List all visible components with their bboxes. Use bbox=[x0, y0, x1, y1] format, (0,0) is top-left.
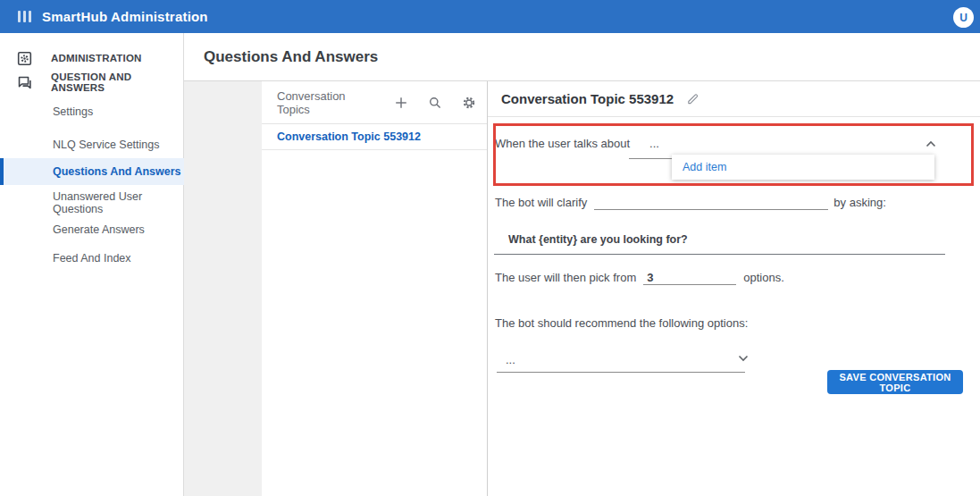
sidebar-item-unanswered-user-questions[interactable]: Unanswered User Questions bbox=[0, 189, 184, 216]
user-avatar[interactable]: U bbox=[953, 7, 974, 28]
menu-icon[interactable] bbox=[18, 11, 31, 22]
gear-icon[interactable] bbox=[462, 96, 476, 110]
add-item-dropdown[interactable]: Add item bbox=[672, 155, 934, 180]
clarify-suffix: by asking: bbox=[833, 196, 886, 209]
clarify-row: The bot will clarify by asking: bbox=[495, 196, 886, 210]
content-area: Conversation Topics Conversation Topic 5… bbox=[184, 81, 980, 496]
pick-count-row: The user will then pick from options. bbox=[495, 271, 784, 285]
topic-item-label: Conversation Topic 553912 bbox=[277, 130, 421, 143]
sidebar-item-label: Generate Answers bbox=[53, 223, 145, 236]
talks-about-row: When the user talks about ... bbox=[495, 137, 659, 150]
talks-about-select-value[interactable]: ... bbox=[649, 137, 659, 150]
pick-count-input[interactable] bbox=[643, 271, 736, 285]
clarify-prefix: The bot will clarify bbox=[495, 196, 587, 209]
recommend-select-value: ... bbox=[506, 353, 515, 366]
chevron-down-icon[interactable] bbox=[736, 352, 750, 365]
recommend-select[interactable]: ... bbox=[497, 350, 745, 373]
recommend-label: The bot should recommend the following o… bbox=[495, 316, 748, 330]
app-title: SmartHub Administration bbox=[42, 9, 208, 24]
pick-prefix: The user will then pick from bbox=[495, 271, 636, 284]
page-header: Questions And Answers bbox=[184, 33, 980, 81]
talks-about-label: When the user talks about bbox=[495, 137, 630, 150]
top-bar: SmartHub Administration U bbox=[0, 0, 980, 33]
add-item-option[interactable]: Add item bbox=[683, 161, 726, 173]
topic-list-item[interactable]: Conversation Topic 553912 bbox=[262, 124, 487, 150]
chevron-up-icon[interactable] bbox=[924, 138, 938, 150]
app-window: SmartHub Administration U ADMINISTRATION… bbox=[0, 0, 980, 496]
search-icon[interactable] bbox=[428, 96, 442, 110]
sidebar-section-label: ADMINISTRATION bbox=[51, 53, 142, 63]
sidebar-item-generate-answers[interactable]: Generate Answers bbox=[0, 216, 184, 243]
add-icon[interactable] bbox=[394, 96, 408, 110]
page-title: Questions And Answers bbox=[204, 48, 378, 66]
topics-panel-title: Conversation Topics bbox=[277, 89, 374, 116]
sidebar-item-settings[interactable]: Settings bbox=[0, 98, 184, 125]
conversation-topics-panel: Conversation Topics Conversation Topic 5… bbox=[262, 81, 487, 496]
pick-suffix: options. bbox=[743, 271, 784, 284]
sidebar-item-questions-and-answers[interactable]: Questions And Answers bbox=[0, 158, 184, 185]
detail-title: Conversation Topic 553912 bbox=[501, 91, 674, 106]
topics-panel-header: Conversation Topics bbox=[262, 81, 487, 124]
sidebar-item-label: Unanswered User Questions bbox=[53, 190, 184, 215]
edit-pencil-icon[interactable] bbox=[686, 92, 699, 105]
sidebar-item-label: Feed And Index bbox=[53, 252, 131, 265]
sidebar-section-label: QUESTION AND ANSWERS bbox=[51, 71, 184, 93]
sidebar-section-administration[interactable]: ADMINISTRATION bbox=[0, 45, 184, 71]
forum-icon bbox=[17, 75, 32, 90]
sidebar-item-nlq-service-settings[interactable]: NLQ Service Settings bbox=[0, 131, 184, 158]
sidebar-section-question-and-answers[interactable]: QUESTION AND ANSWERS bbox=[0, 69, 184, 96]
admin-settings-icon bbox=[17, 51, 32, 66]
clarify-input[interactable] bbox=[594, 196, 828, 210]
sidebar-item-label: Settings bbox=[53, 105, 93, 118]
bot-question-input[interactable] bbox=[494, 231, 945, 255]
sidebar: ADMINISTRATION QUESTION AND ANSWERS Sett… bbox=[0, 33, 184, 496]
detail-header: Conversation Topic 553912 bbox=[488, 81, 980, 117]
sidebar-item-feed-and-index[interactable]: Feed And Index bbox=[0, 245, 184, 272]
sidebar-item-label: NLQ Service Settings bbox=[53, 139, 160, 151]
save-conversation-topic-button[interactable]: SAVE CONVERSATION TOPIC bbox=[827, 370, 963, 394]
sidebar-item-label: Questions And Answers bbox=[53, 165, 181, 178]
topic-detail-panel: Conversation Topic 553912 When the user … bbox=[487, 81, 980, 496]
